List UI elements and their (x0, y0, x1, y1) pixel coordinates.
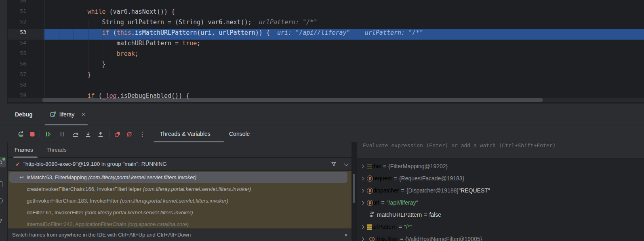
code-area[interactable]: while (var6.hasNext()) { String urlPatte… (44, 0, 644, 104)
stack-frame-row[interactable]: ↩isMatch:63, FilterMapping (com.liferay.… (9, 172, 347, 183)
variable-row-this[interactable]: this={FilterMapping@19202} (357, 160, 644, 172)
running-indicator-dot (2, 158, 5, 161)
evaluate-expression-input[interactable]: Evaluate expression (Enter) or add a wat… (357, 142, 644, 159)
variable-row-uri[interactable]: puri="/api//liferay" (357, 197, 644, 209)
variable-row-dispatcher[interactable]: pdispatcher={Dispatcher@19188} "REQUEST" (357, 184, 644, 197)
frame-location: doFilter:61, InvokerFilter (27, 209, 85, 216)
equals-sign: = (399, 187, 406, 194)
terminal-tool-stripe-icon[interactable] (0, 181, 2, 187)
tab-frames[interactable]: Frames (15, 142, 33, 158)
line-number-50[interactable]: 50 (8, 0, 44, 8)
variable-name: request (373, 175, 392, 182)
session-tab-liferay[interactable]: liferay × (44, 104, 88, 125)
equals-sign: = (398, 236, 405, 241)
help-tool-stripe-icon[interactable]: ? (0, 218, 2, 224)
line-number-57[interactable]: 57 (8, 71, 44, 82)
variable-name: dispatcher (373, 187, 399, 194)
line-number-58[interactable]: 58 (8, 82, 44, 92)
filter-icon[interactable] (330, 161, 337, 168)
expand-chevron-icon[interactable] (357, 238, 367, 241)
variable-name: uri (373, 199, 379, 206)
expand-chevron-icon[interactable] (357, 201, 367, 204)
panel-splitter[interactable] (351, 142, 357, 241)
step-into-button[interactable] (84, 130, 92, 138)
variable-value: "/api//liferay" (387, 199, 418, 206)
expand-chevron-icon[interactable] (357, 226, 367, 228)
tab-threads-and-variables[interactable]: Threads & Variables (160, 126, 210, 142)
frame-package: (org.apache.catalina.core) (128, 221, 189, 227)
variable-row-urlPattern[interactable]: urlPattern="/*" (357, 221, 644, 233)
stack-frame-row[interactable]: createInvokerFilterChain:166, InvokerFil… (8, 183, 351, 195)
pause-button[interactable] (58, 130, 66, 138)
equals-sign: = (397, 224, 404, 230)
line-number-53[interactable]: 53 (8, 29, 44, 40)
close-icon[interactable]: × (344, 229, 348, 241)
code-line-54[interactable]: matchURLPattern = true; (44, 40, 644, 50)
variable-row-this.filter[interactable]: this.filter={ValidHostNameFilter@19005} (357, 233, 644, 241)
code-line-51[interactable]: while (var6.hasNext()) { (44, 8, 644, 19)
line-number-51[interactable]: 51 (8, 8, 44, 19)
tab-threads[interactable]: Threads (46, 142, 67, 158)
resume-button[interactable] (44, 130, 52, 138)
thread-selector[interactable]: ✓ "http-bio-8080-exec-9"@19,180 in group… (8, 158, 351, 171)
code-line-53[interactable]: if (this.isMatchURLPattern(uri, urlPatte… (44, 29, 644, 40)
variable-name: this.filter (377, 236, 398, 241)
variables-panel: Evaluate expression (Enter) or add a wat… (357, 142, 644, 241)
stack-frame-row[interactable]: getInvokerFilterChain:183, InvokerFilter… (8, 195, 351, 207)
parameter-icon: p (367, 175, 373, 182)
object-icon (367, 164, 372, 169)
code-line-59[interactable]: if (_log.isDebugEnabled()) { (44, 92, 644, 103)
frames-scrollbar-thumb[interactable] (353, 174, 355, 203)
variable-name: matchURLPattern (377, 211, 422, 218)
code-editor[interactable]: 50515253545556575859 while (var6.hasNext… (0, 0, 644, 104)
frame-package: (com.liferay.portal.kernel.servlet.filte… (120, 198, 228, 204)
frames-panel: Frames Threads ✓ "http-bio-8080-exec-9"@… (8, 142, 351, 241)
frame-package: (com.liferay.portal.kernel.servlet.filte… (85, 209, 193, 216)
step-out-button[interactable] (97, 130, 105, 138)
line-number-56[interactable]: 56 (8, 61, 44, 71)
code-line-56[interactable]: } (44, 61, 644, 71)
debug-session-icon (50, 111, 57, 119)
parameter-icon: p (367, 188, 373, 194)
code-line-57[interactable]: } (44, 71, 644, 82)
view-breakpoints-button[interactable] (114, 130, 122, 138)
equals-sign: = (392, 175, 399, 182)
expand-chevron-icon[interactable] (357, 189, 367, 192)
line-number-52[interactable]: 52 (8, 19, 44, 29)
variable-name: this (372, 163, 381, 169)
rerun-debug-button[interactable] (17, 130, 25, 138)
line-number-55[interactable]: 55 (8, 50, 44, 61)
debug-panel-title: Debug (15, 104, 33, 125)
stack-frame-row[interactable]: internalDoFilter:242, ApplicationFilterC… (8, 218, 351, 228)
code-line-58[interactable] (44, 82, 644, 92)
frame-package: (com.liferay.portal.kernel.servlet.filte… (88, 174, 196, 180)
thread-status-text: "http-bio-8080-exec-9"@19,180 in group "… (23, 158, 167, 171)
debug-tool-stripe-button[interactable] (0, 157, 6, 167)
tab-console[interactable]: Console (229, 126, 250, 142)
chevron-down-icon[interactable] (344, 161, 348, 166)
variables-tree[interactable]: this={FilterMapping@19202}prequest={Requ… (357, 159, 644, 241)
variable-row-request[interactable]: prequest={RequestFacade@19183} (357, 172, 644, 184)
toolbar-separator (40, 130, 40, 138)
mute-breakpoints-button[interactable] (125, 130, 133, 138)
editor-gutter[interactable]: 50515253545556575859 (8, 0, 44, 103)
active-tab-underline (44, 124, 88, 125)
code-line-55[interactable]: break; (44, 50, 644, 61)
expand-chevron-icon[interactable] (357, 165, 367, 168)
code-line-50[interactable] (44, 0, 644, 8)
expand-chevron-icon[interactable] (357, 177, 367, 180)
step-over-button[interactable] (72, 130, 80, 138)
line-number-54[interactable]: 54 (8, 40, 44, 50)
code-line-52[interactable]: String urlPattern = (String) var6.next()… (44, 19, 644, 29)
stack-frame-row[interactable]: doFilter:61, InvokerFilter (com.liferay.… (8, 207, 351, 218)
services-tool-stripe-icon[interactable] (0, 198, 3, 203)
stack-frames-list[interactable]: ↩isMatch:63, FilterMapping (com.liferay.… (8, 171, 351, 228)
stop-button[interactable] (28, 130, 36, 138)
more-options-button[interactable]: ⋮ (139, 126, 145, 142)
variable-value: false (429, 211, 441, 218)
variable-name: urlPattern (372, 224, 397, 230)
close-icon[interactable]: × (82, 104, 85, 125)
variable-row-matchURLPattern[interactable]: 1001matchURLPattern=false (357, 209, 644, 221)
variable-value: {Dispatcher@19188} (406, 187, 459, 194)
left-tool-stripe-top (0, 0, 8, 104)
